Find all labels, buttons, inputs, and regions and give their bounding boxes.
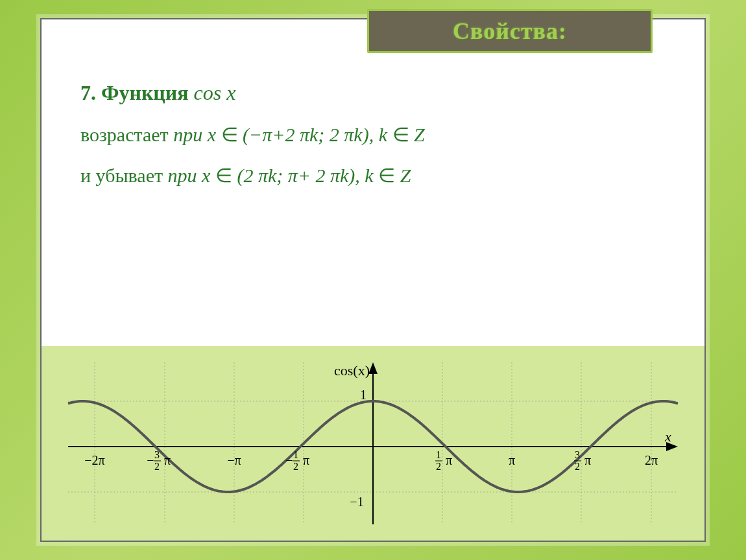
svg-text:1: 1: [436, 449, 441, 460]
svg-text:π: π: [584, 453, 591, 467]
line3-pre: и убывает: [80, 165, 168, 186]
line3-end: Z: [400, 165, 411, 186]
y-tick-1: 1: [360, 388, 367, 402]
svg-text:−: −: [147, 453, 154, 467]
decreasing-interval: и убывает при x ∈ (2 πk; π+ 2 πk), k ∈ Z: [80, 164, 666, 187]
svg-text:2: 2: [293, 461, 298, 472]
elem3: ∈: [215, 165, 232, 186]
x-tick-3h2pi: 3 2 π: [574, 449, 591, 472]
x-axis-label: x: [664, 428, 671, 445]
property-heading: 7. Функция cos x: [80, 81, 666, 105]
header-box: Свойства:: [367, 9, 653, 53]
svg-text:2: 2: [436, 461, 441, 472]
header-title: Свойства:: [453, 18, 567, 45]
line1-prefix: 7. Функция: [80, 81, 194, 104]
elem2: ∈: [392, 124, 409, 145]
chart-area: 1 −1 cos(x) x −2π 3 − 2 π −π 1 −: [42, 346, 704, 541]
x-tick-2pi: 2π: [645, 453, 658, 467]
line3-post: (2 πk; π+ 2 πk), k: [237, 165, 378, 186]
y-tick-neg1: −1: [350, 495, 363, 509]
slide-frame: Свойства: 7. Функция cos x возрастает пр…: [40, 18, 706, 542]
elem4: ∈: [378, 165, 395, 186]
x-tick-nh2pi: 1 − 2 π: [285, 449, 309, 472]
svg-text:2: 2: [575, 461, 580, 472]
cosine-plot: 1 −1 cos(x) x −2π 3 − 2 π −π 1 −: [67, 362, 679, 524]
svg-text:3: 3: [575, 449, 580, 460]
x-tick-n3h2pi: 3 − 2 π: [147, 449, 171, 472]
increasing-interval: возрастает при x ∈ (−π+2 πk; 2 πk), k ∈ …: [80, 123, 666, 146]
svg-text:π: π: [164, 453, 171, 467]
svg-text:2: 2: [154, 461, 160, 472]
line3-mid: при x: [168, 165, 215, 186]
line2-pre: возрастает: [80, 124, 173, 145]
y-axis-arrow: [368, 362, 378, 374]
x-tick-n2pi: −2π: [84, 453, 104, 467]
chart-inner: 1 −1 cos(x) x −2π 3 − 2 π −π 1 −: [67, 362, 679, 524]
x-tick-pi: π: [509, 453, 515, 467]
svg-text:1: 1: [293, 449, 298, 460]
chart-title: cos(x): [334, 362, 370, 379]
elem1: ∈: [221, 124, 238, 145]
svg-text:−: −: [285, 453, 293, 467]
svg-text:3: 3: [154, 449, 160, 460]
line1-func: cos x: [194, 81, 236, 104]
line2-end: Z: [414, 124, 425, 145]
svg-text:π: π: [446, 453, 452, 467]
line2-mid: при x: [173, 124, 221, 145]
x-tick-npi: −π: [227, 453, 241, 467]
x-tick-h2pi: 1 2 π: [435, 449, 452, 472]
line2-post: (−π+2 πk; 2 πk), k: [243, 124, 392, 145]
svg-text:π: π: [303, 453, 309, 467]
